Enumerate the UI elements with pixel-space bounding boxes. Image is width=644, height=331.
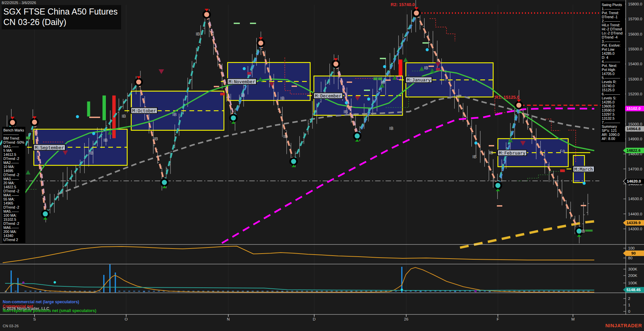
volume-dash	[419, 291, 421, 292]
red-step-line	[430, 19, 455, 41]
bench-marks-line: -------------	[3, 132, 24, 136]
swing-pivots-line: 14705.0	[602, 72, 624, 76]
swing-pivots-line: 13590.0	[602, 108, 624, 112]
swing-pivots-line: D: 4	[602, 55, 624, 60]
bench-marks-line: MA3.------	[3, 177, 24, 181]
zigzag-down-leg	[416, 13, 498, 186]
trading-chart-window: M:SeptemberM:OctoberM:NovemberM:December…	[0, 0, 644, 331]
bench-marks-line: UTrend 2	[3, 238, 24, 242]
cyan-dot-marker	[92, 132, 95, 135]
pivot-high-circle	[203, 11, 210, 18]
swing-pivots-line: Pvt High	[602, 68, 624, 72]
volume-dash	[321, 291, 323, 292]
volume-dash	[222, 291, 224, 292]
volume-dash	[89, 291, 91, 292]
cyan-dot-marker	[243, 67, 246, 70]
swing-pivots-line: Lo:-2 DTrend	[602, 31, 624, 35]
volume-dash	[271, 291, 273, 292]
bench-marks-line: MA2.------	[3, 161, 24, 165]
volume-dash	[439, 291, 441, 292]
swing-pivots-line: DTrend -4	[602, 35, 624, 39]
date-range-label: 8/22/2025 - 3/6/2026	[2, 1, 36, 5]
volume-dash	[434, 291, 436, 292]
zigzag-down-leg	[519, 105, 579, 231]
bench-marks-line: 14695	[3, 169, 24, 173]
volume-dash	[15, 291, 17, 292]
price-chart-canvas[interactable]	[0, 0, 644, 331]
zigzag-down-leg	[261, 43, 294, 161]
volume-dash	[217, 291, 219, 292]
red-square-marker	[220, 93, 225, 95]
volume-dash	[336, 291, 338, 292]
pivot-low-circle	[354, 133, 361, 139]
swing-pivots-line: 7.-------------	[602, 120, 624, 124]
swing-pivots-line: 13297.5	[602, 112, 624, 116]
cyan-dot-marker	[426, 48, 429, 51]
cot-orange-line	[5, 267, 594, 292]
purple-dot-marker	[22, 282, 25, 284]
volume-dash	[306, 291, 308, 292]
chart-title-line2: CN 03-26 (Daily)	[3, 17, 118, 27]
ninjatrader-logo: NINJATRADER	[605, 323, 642, 328]
volume-dash	[449, 291, 451, 292]
candle-body	[102, 95, 106, 120]
swing-pivots-line: 13605.0	[602, 104, 624, 108]
candle-body	[87, 101, 90, 116]
red-square-marker	[560, 169, 565, 172]
green-square-marker	[373, 77, 377, 80]
volume-dash	[252, 291, 254, 292]
candle-body	[399, 60, 402, 76]
volume-dash	[380, 291, 382, 292]
volume-dash	[197, 291, 199, 292]
swing-pivots-line: AR: 1090.0	[602, 133, 624, 137]
volume-dash	[296, 291, 298, 292]
volume-dash	[84, 291, 86, 292]
cyan-dot-marker	[475, 142, 478, 145]
volume-dash	[464, 291, 466, 292]
chart-title: SGX FTSE China A50 Futures CN 03-26 (Dai…	[2, 5, 121, 29]
pivot-low-circle	[230, 115, 237, 121]
volume-dash	[133, 291, 135, 292]
volume-dash	[573, 291, 575, 292]
bench-marks-line: 200 MA:	[3, 230, 24, 234]
volume-dash	[578, 291, 580, 292]
swing-pivots-line: Levels S:	[602, 96, 624, 100]
volume-dash	[430, 291, 432, 292]
bench-marks-line: MA4.------	[3, 193, 24, 197]
bench-marks-line: 10 MA:	[3, 165, 24, 169]
volume-dash	[44, 291, 46, 292]
swing-pivots-line: 14285.0	[602, 100, 624, 104]
volume-dash	[286, 291, 288, 292]
volume-dash	[479, 291, 481, 292]
volume-dash	[395, 291, 397, 292]
bench-marks-line: 20 MA:	[3, 181, 24, 185]
volume-dash	[326, 291, 328, 292]
volume-dash	[553, 291, 555, 292]
volume-dash	[360, 291, 362, 292]
volume-dash	[153, 291, 155, 292]
volume-dash	[29, 291, 31, 292]
swing-pivots-line: Summary	[602, 124, 624, 128]
volume-dash	[276, 291, 278, 292]
swing-pivots-line: AF: 8.00	[602, 137, 624, 141]
volume-dash	[267, 291, 269, 292]
volume-dash	[543, 291, 545, 292]
volume-dash	[582, 291, 584, 292]
volume-dash	[528, 291, 530, 292]
bench-marks-line: 55 MA:	[3, 197, 24, 201]
pivot-high-circle	[9, 119, 16, 126]
bench-marks-line: 15102.5	[3, 217, 24, 221]
volume-dash	[375, 291, 377, 292]
volume-dash	[415, 291, 417, 292]
volume-dash	[291, 291, 293, 292]
swing-pivots-line: SP's: 121	[602, 128, 624, 133]
swing-pivots-line: Pvt. Trend:	[602, 11, 624, 15]
swing-pivots-line: 15125.0	[602, 88, 624, 92]
volume-dash	[410, 291, 412, 292]
bench-marks-line: BM Trend:	[3, 136, 24, 140]
bench-marks-line: Bench Marks	[3, 128, 24, 132]
bench-marks-line: DTrend -2	[3, 221, 24, 226]
pivot-low-circle	[495, 182, 501, 189]
pivot-high-circle	[31, 119, 38, 125]
volume-dash	[469, 291, 471, 292]
